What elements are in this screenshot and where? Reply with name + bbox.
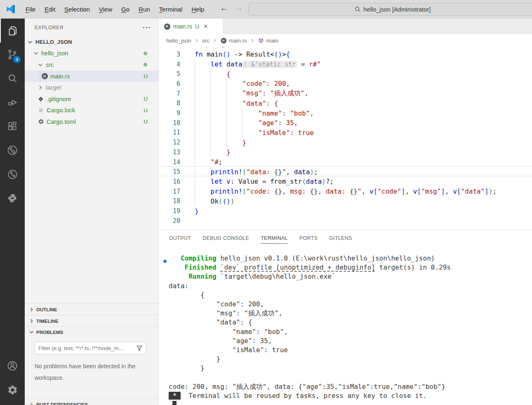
panel-tab-debug-console[interactable]: DEBUG CONSOLE bbox=[202, 235, 249, 244]
chevron-down-icon bbox=[27, 39, 33, 45]
tree-item-hello_json[interactable]: hello_json bbox=[25, 48, 158, 59]
activity-git-graph-icon[interactable] bbox=[0, 162, 25, 186]
activity-gitlens-icon[interactable] bbox=[0, 138, 25, 162]
panel-tab-gitlens[interactable]: GITLENS bbox=[329, 235, 352, 244]
line-number: 11 bbox=[159, 129, 180, 136]
breadcrumb-label: main bbox=[266, 38, 278, 44]
code-line-5[interactable]: 5 { bbox=[159, 69, 532, 79]
tree-item-gitignore[interactable]: .gitignoreU bbox=[25, 93, 158, 105]
activity-files-icon[interactable] bbox=[0, 19, 25, 43]
activity-source-control-icon[interactable]: 4 bbox=[0, 43, 25, 66]
filter-funnel-icon bbox=[136, 345, 143, 351]
activity-extensions-icon[interactable] bbox=[0, 114, 25, 138]
section-rust-dependencies[interactable]: RUST DEPENDENCIES bbox=[25, 398, 158, 405]
line-number: 10 bbox=[159, 119, 180, 127]
code-line-3[interactable]: 3fn main() -> Result<()>{ bbox=[159, 50, 532, 59]
tree-item-root[interactable]: HELLO_JSON bbox=[25, 36, 158, 48]
code-line-16[interactable]: 16 let v: Value = from_str(data)?; bbox=[159, 177, 532, 187]
breadcrumb-item-main[interactable]: main bbox=[258, 37, 278, 44]
panel-tab-terminal[interactable]: TERMINAL bbox=[261, 235, 288, 244]
terminal-line: "data": { bbox=[169, 318, 532, 327]
menu-run[interactable]: Run bbox=[134, 6, 155, 13]
code-line-6[interactable]: 6 "code": 200, bbox=[159, 79, 532, 89]
section-outline[interactable]: OUTLINE bbox=[25, 303, 158, 315]
code-line-15[interactable]: 15 println!("data: {}", data); bbox=[159, 167, 532, 177]
tree-item-Cargo-lock[interactable]: Cargo.lockU bbox=[25, 105, 158, 116]
terminal-line: } bbox=[169, 355, 532, 364]
code-line-13[interactable]: 13 } bbox=[159, 147, 532, 157]
breadcrumb-item-hello_json[interactable]: hello_json bbox=[166, 38, 191, 44]
code-line-18[interactable]: 18 Ok(()) bbox=[159, 197, 532, 206]
search-icon bbox=[355, 6, 361, 12]
menu-bar: FileEditSelectionViewGoRunTerminalHelp bbox=[21, 6, 209, 13]
line-number: 14 bbox=[159, 159, 180, 166]
activity-search-icon[interactable] bbox=[0, 66, 25, 90]
terminal-output[interactable]: Compiling hello_json v0.1.0 (E:\work\rus… bbox=[169, 254, 532, 400]
section-timeline[interactable]: TIMELINE bbox=[25, 315, 158, 327]
menu-edit[interactable]: Edit bbox=[40, 6, 60, 13]
tree-item-src[interactable]: src bbox=[25, 59, 158, 71]
menu-help[interactable]: Help bbox=[187, 6, 209, 13]
line-number: 9 bbox=[159, 109, 180, 117]
tree-item-Cargo-toml[interactable]: Cargo.tomlU bbox=[25, 116, 158, 128]
code-line-12[interactable]: 12 } bbox=[159, 137, 532, 147]
editor-tabbar: R main.rs U × bbox=[159, 19, 532, 34]
terminal-line: * Terminal will be reused by tasks, pres… bbox=[169, 391, 532, 400]
section-rust-dependencies-label: RUST DEPENDENCIES bbox=[36, 402, 88, 405]
code-text: Ok(()) bbox=[195, 197, 234, 205]
code-line-7[interactable]: 7 "msg": "插入成功", bbox=[159, 89, 532, 99]
code-line-17[interactable]: 17 println!("code: {}, msg: {}, data: {}… bbox=[159, 187, 532, 197]
code-line-9[interactable]: 9 "name": "bob", bbox=[159, 108, 532, 118]
section-problems[interactable]: PROBLEMS bbox=[25, 326, 158, 338]
code-line-14[interactable]: 14 "#; bbox=[159, 157, 532, 167]
titlebar: FileEditSelectionViewGoRunTerminalHelp ←… bbox=[0, 0, 532, 19]
panel-tab-ports[interactable]: PORTS bbox=[299, 235, 318, 244]
panel-tab-output[interactable]: OUTPUT bbox=[169, 235, 191, 244]
code-line-19[interactable]: 19} bbox=[159, 206, 532, 216]
line-number: 20 bbox=[159, 217, 180, 225]
menu-view[interactable]: View bbox=[94, 6, 117, 13]
codelens-run-debug[interactable]: Run | Debug bbox=[195, 47, 225, 48]
terminal-line: code: 200, msg: "插入成功", data: {"age":35,… bbox=[169, 382, 532, 391]
breadcrumb-label: hello_json bbox=[166, 38, 191, 44]
tree-item-main-rs[interactable]: Rmain.rsU bbox=[25, 71, 158, 82]
problems-message: No problems have been detected in the wo… bbox=[35, 360, 150, 384]
breadcrumb-item-main-rs[interactable]: Rmain.rs bbox=[220, 37, 247, 44]
explorer-more-actions-icon[interactable]: ··· bbox=[143, 24, 151, 32]
activity-run-debug-icon[interactable] bbox=[0, 90, 25, 114]
activity-settings-gear-icon[interactable] bbox=[0, 378, 25, 402]
git-untracked-badge: U bbox=[144, 96, 148, 102]
code-line-11[interactable]: 11 "isMale": true bbox=[159, 128, 532, 138]
section-timeline-label: TIMELINE bbox=[36, 319, 59, 324]
line-number: 16 bbox=[159, 178, 180, 185]
activity-account-icon[interactable] bbox=[0, 354, 25, 378]
nav-forward-icon[interactable]: → bbox=[233, 3, 244, 13]
tree-item-target[interactable]: target bbox=[25, 82, 158, 93]
problems-filter-input[interactable] bbox=[38, 345, 136, 351]
menu-file[interactable]: File bbox=[21, 6, 40, 13]
menu-go[interactable]: Go bbox=[117, 6, 134, 13]
code-text: "#; bbox=[195, 158, 222, 166]
code-editor[interactable]: Run | Debug 3fn main() -> Result<()>{4 l… bbox=[159, 47, 532, 230]
breadcrumb-separator-icon bbox=[194, 38, 199, 43]
code-line-10[interactable]: 10 "age": 35, bbox=[159, 118, 532, 128]
tab-main-rs[interactable]: R main.rs U × bbox=[159, 19, 223, 34]
git-changes-dot-badge bbox=[144, 52, 147, 55]
section-outline-label: OUTLINE bbox=[36, 307, 57, 312]
rust-file-icon: R bbox=[221, 38, 226, 43]
sidebar-explorer: EXPLORER ··· HELLO_JSON hello_jsonsrcRma… bbox=[25, 19, 159, 405]
menu-terminal[interactable]: Terminal bbox=[155, 6, 187, 13]
command-decoration-dot[interactable] bbox=[163, 260, 167, 263]
breadcrumb-item-src[interactable]: src bbox=[202, 38, 210, 44]
command-center-search[interactable]: hello_json [Administrator] bbox=[248, 3, 532, 16]
activity-python-icon[interactable] bbox=[0, 186, 25, 210]
nav-back-icon[interactable]: ← bbox=[219, 3, 229, 13]
indent-guide bbox=[242, 108, 242, 137]
terminal-line: } bbox=[169, 364, 532, 373]
close-icon[interactable]: × bbox=[204, 22, 208, 31]
code-line-20[interactable]: 20 bbox=[159, 216, 532, 226]
code-line-8[interactable]: 8 "data": { bbox=[159, 99, 532, 109]
menu-selection[interactable]: Selection bbox=[60, 6, 94, 13]
code-line-4[interactable]: 4 let data: &'static str = r#" bbox=[159, 59, 532, 69]
code-text: let v: Value = from_str(data)?; bbox=[195, 178, 334, 185]
